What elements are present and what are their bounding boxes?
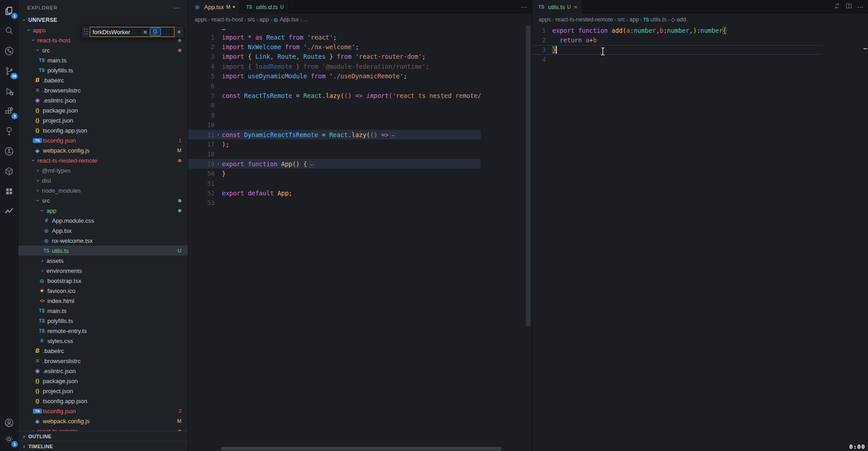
vertical-scrollbar-1[interactable]: [525, 26, 532, 451]
tree-find-widget[interactable]: ≡ ×: [81, 26, 184, 38]
tree-item-dist[interactable]: ›dist: [18, 175, 188, 185]
tree-item-App.tsx[interactable]: ⊛App.tsx: [18, 226, 188, 236]
code-line[interactable]: 51: [188, 179, 481, 188]
breadcrumb-app[interactable]: app: [629, 16, 639, 23]
chevron-down-icon[interactable]: ›: [26, 27, 32, 33]
breadcrumb-utils.ts[interactable]: TSutils.ts: [643, 16, 667, 23]
source-control-icon[interactable]: 38: [2, 64, 16, 78]
breadcrumb-app[interactable]: app: [259, 16, 269, 23]
circle-branch-icon[interactable]: [2, 144, 16, 159]
code-line[interactable]: 6: [188, 81, 481, 91]
chevron-down-icon[interactable]: ›: [21, 17, 27, 23]
code-editor-app-tsx[interactable]: ⋯1import * as React from 'react';2import…: [188, 26, 481, 451]
tree-item-polyfills.ts[interactable]: TSpolyfills.ts: [18, 65, 188, 75]
code-line[interactable]: 8: [188, 101, 481, 110]
tree-item-polyfills.ts[interactable]: TSpolyfills.ts: [18, 316, 188, 326]
wave-icon[interactable]: [2, 204, 16, 219]
settings-gear-icon[interactable]: 1: [2, 432, 16, 446]
section-header-outline[interactable]: ›OUTLINE: [18, 431, 188, 441]
section-header-timeline[interactable]: ›TIMELINE: [18, 441, 188, 451]
code-line[interactable]: 2import NxWelcome from './nx-welcome';: [188, 42, 481, 51]
chevron-down-icon[interactable]: ›: [30, 157, 36, 164]
code-line[interactable]: 19›export function App() {⋯: [188, 159, 481, 169]
code-line[interactable]: ⋯: [188, 26, 481, 32]
code-line[interactable]: 3}: [532, 45, 822, 55]
code-line[interactable]: 50}: [188, 169, 481, 178]
tab-utils.d.ts[interactable]: TSutils.d.tsU: [240, 0, 289, 14]
tree-item-remote-entry.ts[interactable]: TSremote-entry.ts: [18, 326, 188, 336]
tree-item-.eslintrc.json[interactable]: ◉.eslintrc.json: [18, 95, 188, 105]
remote-graph-icon[interactable]: [2, 44, 16, 58]
tree-item-node_modules[interactable]: ›node_modules: [18, 185, 188, 195]
chevron-right-icon[interactable]: ›: [35, 187, 41, 194]
tree-item-.babelrc[interactable]: B.babelrc: [18, 346, 188, 356]
hexagon-icon[interactable]: [2, 164, 16, 179]
breadcrumb-apps[interactable]: apps: [195, 16, 207, 23]
tree-item-package.json[interactable]: {}package.json: [18, 105, 188, 115]
tree-item-styles.css[interactable]: #styles.css: [18, 336, 188, 346]
tree-item-tsconfig.json[interactable]: TStsconfig.json1: [18, 135, 188, 145]
tree-filter-input[interactable]: [92, 29, 142, 36]
code-line[interactable]: 18: [188, 149, 481, 159]
tree-item-bootstrap.tsx[interactable]: ⊛bootstrap.tsx: [18, 276, 188, 286]
account-icon[interactable]: [2, 415, 16, 430]
chevron-right-icon[interactable]: ›: [35, 167, 41, 174]
dirty-indicator-icon[interactable]: ●: [233, 5, 235, 9]
more-actions-icon[interactable]: ⋯: [521, 3, 527, 10]
tree-item-.browserslistrc[interactable]: ≡.browserslistrc: [18, 85, 188, 95]
split-editor-icon[interactable]: [845, 2, 853, 11]
code-line[interactable]: 11›const DynamicReactTsRemote = React.la…: [188, 130, 481, 139]
breadcrumb-add[interactable]: ◇add: [671, 16, 686, 23]
tree-item-webpack.config.js[interactable]: ◈webpack.config.jsM: [18, 416, 188, 426]
tree-item-src[interactable]: ›src: [18, 45, 188, 55]
close-icon[interactable]: ×: [175, 28, 184, 36]
tree-item-.browserslistrc[interactable]: ≡.browserslistrc: [18, 356, 188, 366]
tree-item-project.json[interactable]: {}project.json: [18, 386, 188, 396]
more-actions-icon[interactable]: ⋯: [857, 3, 863, 10]
code-line[interactable]: 1export function add(a:number,b:number,)…: [532, 26, 822, 35]
tree-item-index.html[interactable]: <>index.html: [18, 296, 188, 306]
tree-item-App.module.css[interactable]: #App.module.css: [18, 215, 188, 226]
breadcrumb-App.tsx[interactable]: ⊛App.tsx: [273, 16, 299, 23]
chevron-right-icon[interactable]: ›: [39, 257, 46, 264]
chevron-right-icon[interactable]: ›: [35, 177, 41, 184]
code-line[interactable]: 10: [188, 120, 481, 130]
breadcrumb-react-ts-host[interactable]: react-ts-host: [211, 16, 243, 23]
explorer-icon[interactable]: 1: [2, 4, 16, 18]
horizontal-scrollbar-1[interactable]: [188, 446, 524, 451]
tree-item-project.json[interactable]: {}project.json: [18, 115, 188, 125]
breadcrumb-src[interactable]: src: [247, 16, 255, 23]
tree-item-tsconfig.app.json[interactable]: {}tsconfig.app.json: [18, 396, 188, 406]
code-line[interactable]: 4import { loadRemote } from '@module-fed…: [188, 62, 481, 71]
breadcrumb-src[interactable]: src: [617, 16, 625, 23]
tree-item-@mf-types[interactable]: ›@mf-types: [18, 165, 188, 175]
drag-grip-icon[interactable]: [83, 28, 89, 36]
tree-item-react-ts-nested-remote[interactable]: ›react-ts-nested-remote: [18, 155, 188, 165]
tree-item-UNIVERSE[interactable]: ›UNIVERSE: [18, 15, 188, 25]
breadcrumb-react-ts-nested-remote[interactable]: react-ts-nested-remote: [555, 16, 613, 23]
tree-item-.babelrc[interactable]: B.babelrc: [18, 75, 188, 85]
chevron-down-icon[interactable]: ›: [39, 207, 46, 214]
tree-item-assets[interactable]: ›assets: [18, 256, 188, 266]
fold-chevron-icon[interactable]: ›: [215, 161, 222, 167]
code-line[interactable]: 4: [532, 55, 822, 64]
code-line[interactable]: 53: [188, 198, 481, 208]
minimap-1[interactable]: [488, 26, 524, 451]
filter-icon[interactable]: ≡: [142, 29, 149, 36]
code-line[interactable]: 2 return a+b: [532, 35, 822, 45]
tree-item-favicon.ico[interactable]: ★favicon.ico: [18, 286, 188, 296]
tree-item-tsconfig.app.json[interactable]: {}tsconfig.app.json: [18, 125, 188, 135]
tab-App.tsx[interactable]: ⊛App.tsxM●: [188, 0, 240, 14]
tree-item-main.ts[interactable]: TSmain.ts: [18, 306, 188, 316]
scrollbar-thumb[interactable]: [221, 447, 501, 451]
code-line[interactable]: 52export default App;: [188, 188, 481, 198]
tree-item-src[interactable]: ›src: [18, 195, 188, 205]
sidebar-more-actions-icon[interactable]: ⋯: [171, 4, 183, 11]
tree-item-tsconfig.json[interactable]: TStsconfig.json2: [18, 406, 188, 416]
tab-utils.ts[interactable]: TSutils.tsU×: [532, 0, 582, 14]
chevron-right-icon[interactable]: ›: [39, 267, 46, 274]
tree-item-.eslintrc.json[interactable]: ◉.eslintrc.json: [18, 366, 188, 376]
tree-item-environments[interactable]: ›environments: [18, 266, 188, 276]
close-icon[interactable]: ×: [574, 4, 578, 10]
code-line[interactable]: 5import useDynamicModule from './useDyna…: [188, 72, 481, 81]
